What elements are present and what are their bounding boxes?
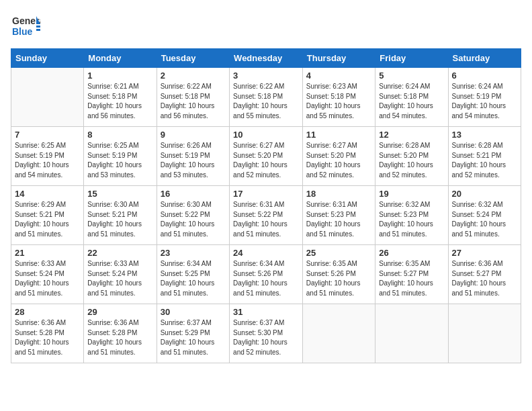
week-row-4: 21Sunrise: 6:33 AMSunset: 5:24 PMDayligh… — [11, 245, 521, 304]
day-number: 4 — [306, 71, 371, 81]
day-info: Sunrise: 6:23 AMSunset: 5:18 PMDaylight:… — [306, 82, 371, 121]
day-number: 24 — [233, 248, 299, 258]
day-number: 22 — [87, 248, 152, 258]
calendar-cell: 12Sunrise: 6:28 AMSunset: 5:20 PMDayligh… — [375, 127, 448, 186]
logo-icon: General Blue — [11, 11, 40, 43]
calendar-cell: 5Sunrise: 6:24 AMSunset: 5:18 PMDaylight… — [375, 68, 448, 127]
day-info: Sunrise: 6:25 AMSunset: 5:19 PMDaylight:… — [15, 141, 80, 180]
day-info: Sunrise: 6:31 AMSunset: 5:22 PMDaylight:… — [233, 200, 299, 239]
day-number: 21 — [15, 248, 80, 258]
column-header-wednesday: Wednesday — [230, 49, 303, 68]
day-info: Sunrise: 6:32 AMSunset: 5:23 PMDaylight:… — [379, 200, 444, 239]
calendar-cell: 16Sunrise: 6:30 AMSunset: 5:22 PMDayligh… — [157, 186, 229, 245]
svg-rect-4 — [36, 29, 40, 31]
day-info: Sunrise: 6:36 AMSunset: 5:27 PMDaylight:… — [452, 259, 518, 298]
calendar-header-row: SundayMondayTuesdayWednesdayThursdayFrid… — [11, 49, 521, 68]
day-number: 15 — [87, 189, 152, 199]
day-info: Sunrise: 6:34 AMSunset: 5:26 PMDaylight:… — [233, 259, 299, 298]
calendar-cell — [11, 68, 84, 127]
calendar-cell: 4Sunrise: 6:23 AMSunset: 5:18 PMDaylight… — [302, 68, 375, 127]
calendar-cell: 14Sunrise: 6:29 AMSunset: 5:21 PMDayligh… — [11, 186, 84, 245]
day-info: Sunrise: 6:33 AMSunset: 5:24 PMDaylight:… — [87, 259, 152, 298]
svg-text:Blue: Blue — [12, 26, 33, 37]
calendar-cell: 1Sunrise: 6:21 AMSunset: 5:18 PMDaylight… — [84, 68, 157, 127]
calendar-cell: 8Sunrise: 6:25 AMSunset: 5:19 PMDaylight… — [84, 127, 157, 186]
day-info: Sunrise: 6:36 AMSunset: 5:28 PMDaylight:… — [87, 318, 152, 357]
calendar-cell — [375, 304, 448, 363]
day-number: 1 — [87, 71, 152, 81]
page-header: General Blue — [11, 11, 521, 43]
column-header-tuesday: Tuesday — [157, 49, 229, 68]
day-number: 18 — [306, 189, 371, 199]
day-number: 30 — [161, 307, 226, 317]
calendar-cell: 9Sunrise: 6:26 AMSunset: 5:19 PMDaylight… — [157, 127, 229, 186]
calendar-cell: 3Sunrise: 6:22 AMSunset: 5:18 PMDaylight… — [230, 68, 303, 127]
calendar-body: 1Sunrise: 6:21 AMSunset: 5:18 PMDaylight… — [11, 68, 521, 363]
day-info: Sunrise: 6:27 AMSunset: 5:20 PMDaylight:… — [306, 141, 371, 180]
calendar-cell: 2Sunrise: 6:22 AMSunset: 5:18 PMDaylight… — [157, 68, 229, 127]
day-number: 28 — [15, 307, 80, 317]
day-number: 20 — [452, 189, 518, 199]
week-row-3: 14Sunrise: 6:29 AMSunset: 5:21 PMDayligh… — [11, 186, 521, 245]
calendar-cell: 20Sunrise: 6:32 AMSunset: 5:24 PMDayligh… — [448, 186, 521, 245]
day-number: 8 — [87, 130, 152, 140]
svg-text:General: General — [12, 15, 40, 26]
day-number: 12 — [379, 130, 444, 140]
day-info: Sunrise: 6:26 AMSunset: 5:19 PMDaylight:… — [161, 141, 226, 180]
calendar-cell: 13Sunrise: 6:28 AMSunset: 5:21 PMDayligh… — [448, 127, 521, 186]
day-info: Sunrise: 6:34 AMSunset: 5:25 PMDaylight:… — [161, 259, 226, 298]
calendar-cell: 30Sunrise: 6:37 AMSunset: 5:29 PMDayligh… — [157, 304, 229, 363]
calendar-cell: 23Sunrise: 6:34 AMSunset: 5:25 PMDayligh… — [157, 245, 229, 304]
calendar-cell: 15Sunrise: 6:30 AMSunset: 5:21 PMDayligh… — [84, 186, 157, 245]
day-info: Sunrise: 6:21 AMSunset: 5:18 PMDaylight:… — [87, 82, 152, 121]
column-header-friday: Friday — [375, 49, 448, 68]
day-number: 7 — [15, 130, 80, 140]
calendar-cell: 11Sunrise: 6:27 AMSunset: 5:20 PMDayligh… — [302, 127, 375, 186]
calendar-cell: 25Sunrise: 6:35 AMSunset: 5:26 PMDayligh… — [302, 245, 375, 304]
day-info: Sunrise: 6:22 AMSunset: 5:18 PMDaylight:… — [233, 82, 299, 121]
calendar-cell: 21Sunrise: 6:33 AMSunset: 5:24 PMDayligh… — [11, 245, 84, 304]
day-number: 26 — [379, 248, 444, 258]
day-number: 10 — [233, 130, 299, 140]
calendar-cell: 17Sunrise: 6:31 AMSunset: 5:22 PMDayligh… — [230, 186, 303, 245]
calendar-cell: 22Sunrise: 6:33 AMSunset: 5:24 PMDayligh… — [84, 245, 157, 304]
calendar-cell: 29Sunrise: 6:36 AMSunset: 5:28 PMDayligh… — [84, 304, 157, 363]
calendar-cell: 19Sunrise: 6:32 AMSunset: 5:23 PMDayligh… — [375, 186, 448, 245]
day-info: Sunrise: 6:27 AMSunset: 5:20 PMDaylight:… — [233, 141, 299, 180]
day-number: 23 — [161, 248, 226, 258]
day-info: Sunrise: 6:37 AMSunset: 5:29 PMDaylight:… — [161, 318, 226, 357]
day-number: 25 — [306, 248, 371, 258]
day-info: Sunrise: 6:22 AMSunset: 5:18 PMDaylight:… — [161, 82, 226, 121]
calendar-cell: 7Sunrise: 6:25 AMSunset: 5:19 PMDaylight… — [11, 127, 84, 186]
column-header-saturday: Saturday — [448, 49, 521, 68]
day-info: Sunrise: 6:37 AMSunset: 5:30 PMDaylight:… — [233, 318, 299, 357]
day-number: 13 — [452, 130, 518, 140]
calendar-cell — [448, 304, 521, 363]
week-row-2: 7Sunrise: 6:25 AMSunset: 5:19 PMDaylight… — [11, 127, 521, 186]
day-number: 6 — [452, 71, 518, 81]
day-info: Sunrise: 6:30 AMSunset: 5:21 PMDaylight:… — [87, 200, 152, 239]
day-info: Sunrise: 6:28 AMSunset: 5:20 PMDaylight:… — [379, 141, 444, 180]
day-number: 16 — [161, 189, 226, 199]
column-header-sunday: Sunday — [11, 49, 84, 68]
day-number: 3 — [233, 71, 299, 81]
day-info: Sunrise: 6:35 AMSunset: 5:27 PMDaylight:… — [379, 259, 444, 298]
day-info: Sunrise: 6:36 AMSunset: 5:28 PMDaylight:… — [15, 318, 80, 357]
day-number: 14 — [15, 189, 80, 199]
day-info: Sunrise: 6:35 AMSunset: 5:26 PMDaylight:… — [306, 259, 371, 298]
calendar-cell — [302, 304, 375, 363]
day-info: Sunrise: 6:33 AMSunset: 5:24 PMDaylight:… — [15, 259, 80, 298]
day-info: Sunrise: 6:24 AMSunset: 5:18 PMDaylight:… — [379, 82, 444, 121]
day-number: 11 — [306, 130, 371, 140]
calendar-cell: 10Sunrise: 6:27 AMSunset: 5:20 PMDayligh… — [230, 127, 303, 186]
day-info: Sunrise: 6:28 AMSunset: 5:21 PMDaylight:… — [452, 141, 518, 180]
day-info: Sunrise: 6:25 AMSunset: 5:19 PMDaylight:… — [87, 141, 152, 180]
calendar-table: SundayMondayTuesdayWednesdayThursdayFrid… — [11, 48, 521, 363]
day-number: 29 — [87, 307, 152, 317]
day-number: 2 — [161, 71, 226, 81]
svg-rect-3 — [36, 26, 40, 28]
day-info: Sunrise: 6:24 AMSunset: 5:19 PMDaylight:… — [452, 82, 518, 121]
column-header-monday: Monday — [84, 49, 157, 68]
day-number: 5 — [379, 71, 444, 81]
calendar-cell: 28Sunrise: 6:36 AMSunset: 5:28 PMDayligh… — [11, 304, 84, 363]
